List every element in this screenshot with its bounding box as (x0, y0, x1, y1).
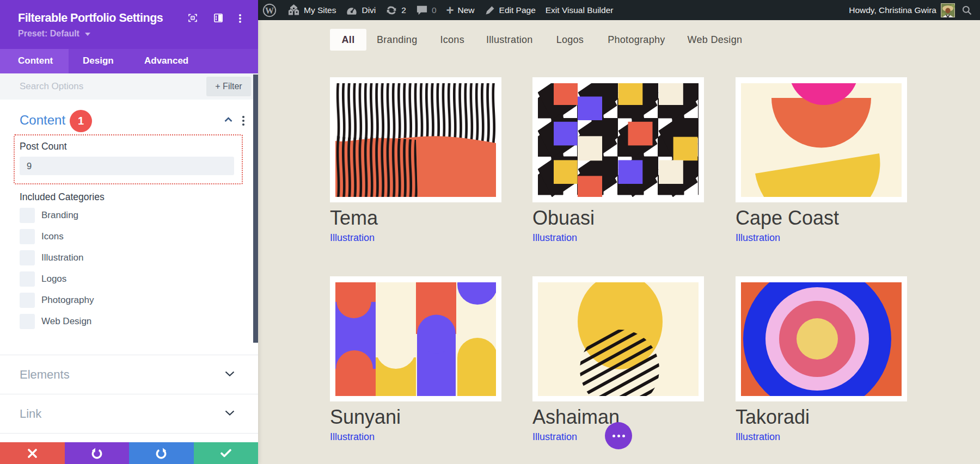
svg-text:W: W (265, 5, 274, 15)
